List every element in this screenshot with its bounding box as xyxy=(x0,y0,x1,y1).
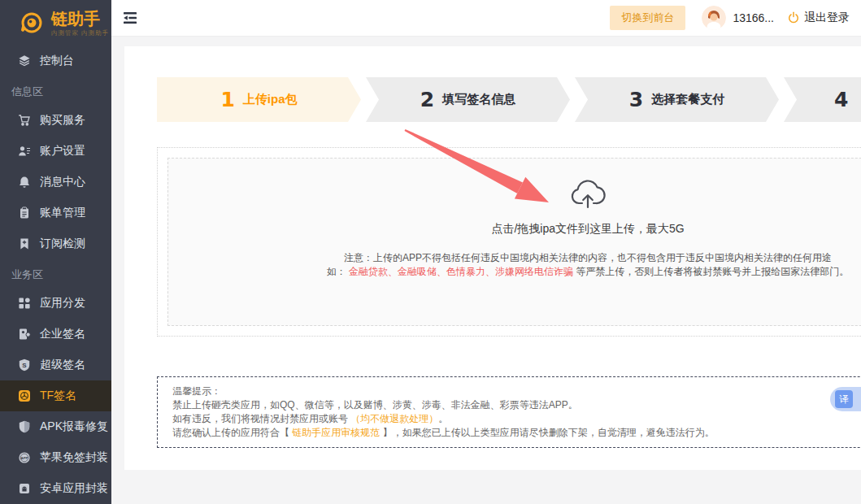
brand-logo: 链助手 内测管家 内测助手 xyxy=(0,0,111,46)
dropzone-notice: 注意：上传的APP不得包括任何违反中国境内相关法律的内容，也不得包含用于违反中国… xyxy=(327,251,850,279)
content-area: 1上传ipa包2填写签名信息3选择套餐支付4 点击/拖拽ipa文件到这里上传，最… xyxy=(111,37,861,504)
bill-icon xyxy=(18,206,31,219)
step-label: 上传ipa包 xyxy=(243,92,298,107)
console-icon xyxy=(18,54,31,67)
logout-button[interactable]: 退出登录 xyxy=(804,11,850,25)
sidebar-item-label: 购买服务 xyxy=(40,113,85,128)
step-number: 4 xyxy=(834,88,848,111)
avatar[interactable] xyxy=(702,6,726,30)
tips-line-1: 禁止上传砸壳类应用，如QQ、微信等，以及赌博、涉黄、涉毒、非法金融、彩票等违法A… xyxy=(172,398,861,412)
no-refund-note: （均不做退款处理） xyxy=(350,413,438,424)
step-label: 填写签名信息 xyxy=(442,92,515,107)
sidebar-item-label: 超级签名 xyxy=(40,358,85,372)
notice-line-2: 如： 金融贷款、金融吸储、色情暴力、涉嫌网络电信诈骗 等严禁上传，否则上传者将被… xyxy=(327,265,850,279)
sidebar-item[interactable]: 安卓应用封装 xyxy=(0,473,111,504)
subscription-check-icon xyxy=(18,237,31,250)
sidebar-item[interactable]: S超级签名 xyxy=(0,350,111,380)
enterprise-sign-icon xyxy=(18,328,31,341)
android-wrap-icon xyxy=(18,482,31,495)
sidebar-item-label: 账户设置 xyxy=(40,144,85,159)
sidebar-item[interactable]: 消息中心 xyxy=(0,167,111,198)
upload-container: 点击/拖拽ipa文件到这里上传，最大5G 注意：上传的APP不得包括任何违反中国… xyxy=(157,147,861,337)
sidebar-item-label: 控制台 xyxy=(40,54,74,68)
sidebar-item-label: 企业签名 xyxy=(40,327,85,341)
sidebar-item-label: 账单管理 xyxy=(40,206,85,220)
translate-badge[interactable]: 译 xyxy=(830,387,861,411)
brand-tagline: 内测管家 内测助手 xyxy=(51,29,109,37)
main-column: 切换到前台 13166... 退出登录 xyxy=(111,0,861,504)
sidebar-section-label: 信息区 xyxy=(0,76,111,105)
sidebar-item[interactable]: 控制台 xyxy=(0,46,111,76)
cart-icon xyxy=(18,114,31,127)
sidebar-item[interactable]: TF签名 xyxy=(0,380,111,411)
brand-name: 链助手 xyxy=(51,11,109,27)
wizard-step: 4 xyxy=(784,77,861,122)
step-number: 3 xyxy=(629,88,643,111)
sidebar-item-label: 应用分发 xyxy=(40,296,85,311)
super-sign-icon: S xyxy=(18,358,31,371)
step-number: 1 xyxy=(220,88,234,111)
user-settings-icon xyxy=(18,145,31,158)
app-window: 链助手 内测管家 内测助手 控制台信息区购买服务账户设置消息中心账单管理订阅检测… xyxy=(0,0,861,504)
wizard-steps: 1上传ipa包2填写签名信息3选择套餐支付4 xyxy=(157,77,861,122)
sidebar-item-label: 订阅检测 xyxy=(40,237,85,251)
sidebar-item[interactable]: 应用分发 xyxy=(0,288,111,319)
bell-icon xyxy=(18,176,31,189)
sidebar-item-label: 安卓应用封装 xyxy=(40,481,108,496)
username[interactable]: 13166... xyxy=(733,11,774,24)
step-number: 2 xyxy=(420,88,434,111)
sidebar-item-label: APK报毒修复 xyxy=(40,419,108,434)
notice-line-1: 注意：上传的APP不得包括任何违反中国境内相关法律的内容，也不得包含用于违反中国… xyxy=(327,251,850,265)
power-icon xyxy=(787,11,800,24)
sidebar-item-label: TF签名 xyxy=(40,389,76,403)
wizard-step: 2填写签名信息 xyxy=(366,77,570,122)
step-label: 选择套餐支付 xyxy=(651,92,724,107)
sidebar: 链助手 内测管家 内测助手 控制台信息区购买服务账户设置消息中心账单管理订阅检测… xyxy=(0,0,111,504)
sidebar-nav: 控制台信息区购买服务账户设置消息中心账单管理订阅检测业务区应用分发企业签名S超级… xyxy=(0,46,111,504)
app-distribution-icon xyxy=(18,297,31,310)
cloud-upload-icon xyxy=(569,178,607,209)
apple-wrap-icon: APP xyxy=(18,451,31,464)
upload-card: 1上传ipa包2填写签名信息3选择套餐支付4 点击/拖拽ipa文件到这里上传，最… xyxy=(124,46,861,470)
sidebar-item[interactable]: APK报毒修复 xyxy=(0,411,111,442)
sidebar-item[interactable]: 账单管理 xyxy=(0,198,111,228)
switch-to-front-button[interactable]: 切换到前台 xyxy=(610,6,685,30)
tips-title: 温馨提示： xyxy=(172,385,861,398)
sidebar-item[interactable]: 账户设置 xyxy=(0,136,111,167)
wizard-step: 3选择套餐支付 xyxy=(575,77,779,122)
tips-line-2: 如有违反，我们将视情况封禁应用或账号 （均不做退款处理）。 xyxy=(172,412,861,426)
review-spec-link[interactable]: 链助手应用审核规范 xyxy=(292,427,380,438)
sidebar-item[interactable]: 企业签名 xyxy=(0,319,111,350)
forbidden-categories: 金融贷款、金融吸储、色情暴力、涉嫌网络电信诈骗 xyxy=(349,266,573,277)
wizard-step: 1上传ipa包 xyxy=(157,77,361,122)
sidebar-item[interactable]: 订阅检测 xyxy=(0,228,111,259)
top-header: 切换到前台 13166... 退出登录 xyxy=(111,0,861,37)
sidebar-item-label: 苹果免签封装 xyxy=(40,450,108,465)
sidebar-item[interactable]: APP苹果免签封装 xyxy=(0,442,111,473)
tf-sign-icon xyxy=(18,389,31,402)
tips-box: 温馨提示： 禁止上传砸壳类应用，如QQ、微信等，以及赌博、涉黄、涉毒、非法金融、… xyxy=(157,376,861,448)
sidebar-item[interactable]: 购买服务 xyxy=(0,105,111,136)
translate-icon: 译 xyxy=(835,390,853,408)
tips-line-3: 请您确认上传的应用符合【 链助手应用审核规范 】，如果您已上传以上类型应用请尽快… xyxy=(172,426,861,440)
dropzone-text: 点击/拖拽ipa文件到这里上传，最大5G xyxy=(491,222,684,237)
svg-text:APP: APP xyxy=(20,456,28,460)
svg-text:S: S xyxy=(22,362,27,369)
ipa-dropzone[interactable]: 点击/拖拽ipa文件到这里上传，最大5G 注意：上传的APP不得包括任何违反中国… xyxy=(167,158,861,326)
collapse-sidebar-icon[interactable] xyxy=(123,11,139,24)
headset-logo-icon xyxy=(18,10,46,37)
apk-fix-icon xyxy=(18,420,31,433)
sidebar-item-label: 消息中心 xyxy=(40,175,85,189)
sidebar-section-label: 业务区 xyxy=(0,259,111,288)
